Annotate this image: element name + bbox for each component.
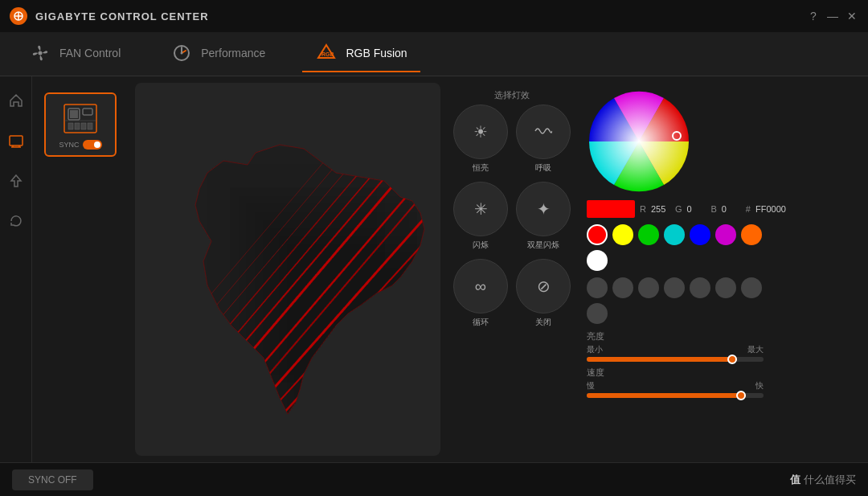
brightness-min-label: 最小 — [587, 344, 603, 355]
swatches-row-1 — [587, 224, 764, 271]
sidebar-item-updates[interactable] — [4, 169, 28, 193]
speed-slider-row: 速度 慢 快 — [587, 367, 764, 398]
b-label: B — [711, 204, 717, 214]
effect-btn-cycle[interactable]: ∞ — [453, 259, 508, 314]
device-panel: SYNC — [32, 76, 129, 462]
rgb-icon: RGB — [315, 42, 338, 64]
speed-label-row: 慢 快 — [587, 380, 764, 391]
speed-slider-fill — [587, 393, 746, 398]
svg-rect-20 — [88, 123, 92, 129]
swatch-blue[interactable] — [690, 224, 710, 245]
slider-section: 亮度 最小 最大 速度 — [587, 330, 764, 398]
nav-tabs: FAN Control Performance RGB RGB Fusion — [0, 32, 868, 76]
swatch-gray-5[interactable] — [690, 277, 710, 298]
close-button[interactable]: ✕ — [845, 10, 858, 23]
speed-slider-thumb[interactable] — [736, 391, 746, 400]
effects-column: 选择灯效 ☀ 恒亮 — [453, 89, 571, 398]
title-bar-controls: ? — ✕ — [807, 10, 858, 23]
swatch-gray-3[interactable] — [638, 277, 659, 298]
app-logo — [10, 7, 27, 25]
content-area: 选择灯效 ☀ 恒亮 — [129, 76, 868, 462]
sidebar-item-refresh[interactable] — [4, 209, 28, 233]
color-wheel-container[interactable] — [587, 89, 691, 194]
color-wheel-svg — [587, 89, 691, 194]
tab-fan[interactable]: FAN Control — [16, 35, 133, 72]
sidebar-item-home[interactable] — [4, 88, 28, 113]
speed-slider-track[interactable] — [587, 393, 764, 398]
b-value: 0 — [722, 204, 741, 214]
svg-rect-21 — [143, 100, 432, 438]
breathe-icon — [534, 123, 552, 141]
brightness-slider-track[interactable] — [587, 357, 764, 362]
swatch-gray-8[interactable] — [587, 303, 608, 324]
bottom-bar: SYNC OFF 值 什么值得买 — [0, 462, 868, 496]
sync-toggle[interactable] — [83, 140, 102, 150]
swatch-white[interactable] — [587, 250, 608, 271]
swatch-gray-1[interactable] — [587, 277, 608, 298]
swatch-orange[interactable] — [741, 224, 762, 245]
effect-grid: ☀ 恒亮 呼吸 — [453, 105, 571, 328]
main-layout: SYNC — [0, 76, 868, 462]
brightness-label: 亮度 — [587, 330, 764, 342]
effect-section-label: 选择灯效 — [494, 89, 530, 101]
svg-point-3 — [39, 51, 43, 55]
cycle-icon: ∞ — [475, 277, 486, 296]
hex-label: # — [746, 204, 751, 214]
device-card-motherboard[interactable]: SYNC — [44, 92, 117, 157]
swatch-cyan[interactable] — [664, 224, 685, 245]
brightness-slider-row: 亮度 最小 最大 — [587, 330, 764, 362]
svg-point-5 — [181, 52, 183, 55]
help-button[interactable]: ? — [807, 10, 820, 23]
sync-badge: SYNC — [59, 140, 101, 150]
minimize-button[interactable]: — — [826, 10, 839, 23]
svg-rect-19 — [81, 123, 86, 129]
color-preview-rect — [587, 200, 635, 218]
effect-btn-constant[interactable]: ☀ — [453, 105, 508, 159]
swatch-gray-2[interactable] — [612, 277, 633, 298]
color-column: R 255 G 0 B 0 # FF0000 — [587, 89, 786, 398]
title-bar: GIGABYTE CONTROL CENTER ? — ✕ — [0, 0, 868, 32]
hex-value: FF0000 — [755, 204, 786, 214]
brightness-slider-fill — [587, 357, 737, 362]
sync-toggle-dot — [94, 141, 100, 148]
sidebar — [0, 76, 32, 462]
double-flash-icon: ✦ — [537, 199, 551, 219]
effect-btn-double-flash[interactable]: ✦ — [516, 182, 571, 236]
preview-panel — [135, 83, 440, 456]
fan-icon — [29, 42, 51, 64]
svg-text:RGB: RGB — [321, 51, 334, 57]
swatch-gray-6[interactable] — [715, 277, 736, 298]
swatch-yellow[interactable] — [612, 224, 633, 245]
swatch-gray-4[interactable] — [664, 277, 685, 298]
svg-rect-15 — [83, 109, 92, 115]
svg-rect-18 — [75, 123, 80, 129]
swatch-gray-7[interactable] — [741, 277, 762, 298]
g-label: G — [675, 204, 682, 214]
brightness-slider-thumb[interactable] — [727, 355, 737, 364]
top-right-section: 选择灯效 ☀ 恒亮 — [453, 89, 852, 398]
sidebar-item-devices[interactable] — [4, 129, 28, 153]
right-panel: 选择灯效 ☀ 恒亮 — [444, 83, 862, 456]
r-label: R — [640, 204, 646, 214]
app-title: GIGABYTE CONTROL CENTER — [35, 10, 209, 23]
title-bar-left: GIGABYTE CONTROL CENTER — [10, 7, 209, 25]
swatch-red[interactable] — [587, 224, 608, 245]
constant-label: 恒亮 — [473, 162, 489, 174]
effect-btn-flash[interactable]: ✳ — [453, 182, 508, 236]
r-value: 255 — [651, 204, 670, 214]
speed-min-label: 慢 — [587, 380, 595, 391]
tab-rgb[interactable]: RGB RGB Fusion — [302, 35, 420, 72]
sync-off-button[interactable]: SYNC OFF — [12, 469, 93, 490]
off-label: 关闭 — [535, 317, 551, 328]
svg-point-51 — [589, 92, 689, 191]
effect-btn-off[interactable]: ⊘ — [516, 259, 571, 314]
swatch-green[interactable] — [638, 224, 659, 245]
sync-label: SYNC — [59, 141, 79, 149]
flash-label: 闪烁 — [473, 240, 489, 251]
motherboard-icon — [60, 100, 100, 137]
tab-fan-label: FAN Control — [59, 47, 121, 59]
swatch-purple[interactable] — [715, 224, 736, 245]
speed-label: 速度 — [587, 367, 764, 379]
tab-performance[interactable]: Performance — [158, 35, 278, 72]
effect-btn-breathe[interactable] — [516, 105, 571, 159]
